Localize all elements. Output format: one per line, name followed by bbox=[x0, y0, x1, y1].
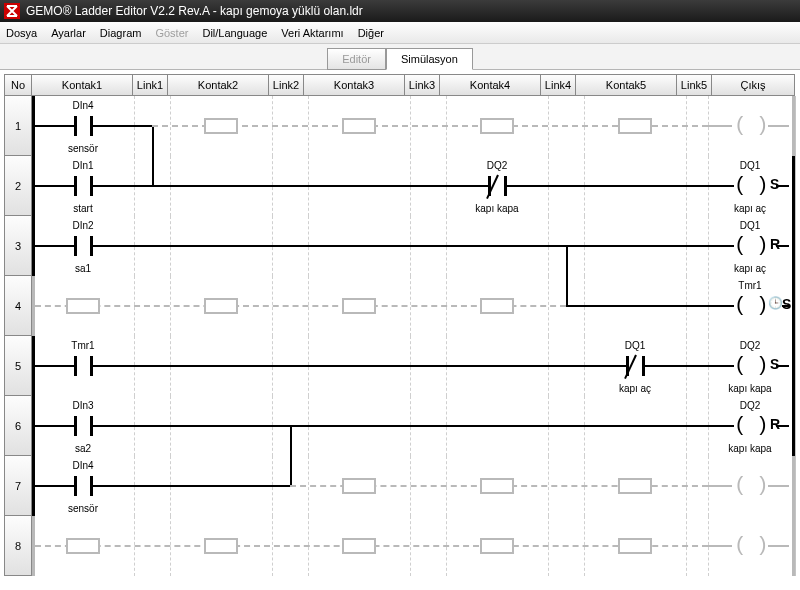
coil-label-top: DQ1 bbox=[708, 220, 792, 231]
coil-timer-set[interactable]: Tmr1 () 🕒 S bbox=[708, 276, 792, 336]
header-l2: Link2 bbox=[268, 74, 304, 96]
contact-label-top: Tmr1 bbox=[32, 340, 134, 351]
placeholder-contact[interactable] bbox=[32, 276, 134, 336]
contact-label-top: DIn1 bbox=[32, 160, 134, 171]
contact-label-bot: start bbox=[32, 203, 134, 214]
placeholder-contact[interactable] bbox=[446, 276, 548, 336]
contact-label-top: DIn4 bbox=[32, 460, 134, 471]
header-l3: Link3 bbox=[404, 74, 440, 96]
placeholder-contact[interactable] bbox=[446, 456, 548, 516]
placeholder-contact[interactable] bbox=[308, 276, 410, 336]
window-title: GEMO® Ladder Editor V2.2 Rev.A - kapı ge… bbox=[26, 4, 363, 18]
ladder-grid: No Kontak1 Link1 Kontak2 Link2 Kontak3 L… bbox=[0, 70, 800, 576]
header-no: No bbox=[4, 74, 32, 96]
contact-label-top: DIn3 bbox=[32, 400, 134, 411]
rung-body[interactable]: DIn3 sa2 DQ2 () R kapı kapa bbox=[32, 396, 796, 456]
rung-number: 1 bbox=[4, 96, 32, 156]
rung-number: 3 bbox=[4, 216, 32, 276]
rung-number: 4 bbox=[4, 276, 32, 336]
contact-label-bot: sa2 bbox=[32, 443, 134, 454]
header-k5: Kontak5 bbox=[575, 74, 677, 96]
coil-label-top: DQ1 bbox=[708, 160, 792, 171]
menu-diger[interactable]: Diğer bbox=[358, 27, 384, 39]
rung-number: 6 bbox=[4, 396, 32, 456]
placeholder-contact[interactable] bbox=[584, 96, 686, 156]
clock-icon: 🕒 bbox=[768, 296, 783, 310]
placeholder-contact[interactable] bbox=[584, 516, 686, 576]
menu-dil[interactable]: Dil/Language bbox=[202, 27, 267, 39]
rung-body[interactable]: DIn4 sensör () bbox=[32, 96, 796, 156]
menu-ayarlar[interactable]: Ayarlar bbox=[51, 27, 86, 39]
coil-suffix: R bbox=[770, 416, 780, 432]
header-l5: Link5 bbox=[676, 74, 712, 96]
coil-label-top: DQ2 bbox=[708, 340, 792, 351]
placeholder-contact[interactable] bbox=[170, 516, 272, 576]
app-logo-icon bbox=[4, 3, 20, 19]
menubar: Dosya Ayarlar Diagram Göster Dil/Languag… bbox=[0, 22, 800, 44]
placeholder-contact[interactable] bbox=[170, 96, 272, 156]
rung-body[interactable]: DIn1 start DQ2 kapı kapa DQ1 () S kapı a… bbox=[32, 156, 796, 216]
rung-number: 5 bbox=[4, 336, 32, 396]
menu-diagram[interactable]: Diagram bbox=[100, 27, 142, 39]
header-k4: Kontak4 bbox=[439, 74, 541, 96]
rung-row: 8 () bbox=[4, 516, 796, 576]
contact-label-top: DIn4 bbox=[32, 100, 134, 111]
menu-veri[interactable]: Veri Aktarımı bbox=[281, 27, 343, 39]
contact-label-top: DQ2 bbox=[446, 160, 548, 171]
header-k3: Kontak3 bbox=[303, 74, 405, 96]
rung-body[interactable]: Tmr1 () 🕒 S bbox=[32, 276, 796, 336]
rung-row: 4 Tmr1 () 🕒 S bbox=[4, 276, 796, 336]
header-out: Çıkış bbox=[711, 74, 795, 96]
coil-label-top: Tmr1 bbox=[708, 280, 792, 291]
contact-label-bot: sensör bbox=[32, 503, 134, 514]
contact-label-top: DIn2 bbox=[32, 220, 134, 231]
header-l4: Link4 bbox=[540, 74, 576, 96]
rung-body[interactable]: Tmr1 DQ1 kapı aç DQ2 () S kapı kapa bbox=[32, 336, 796, 396]
contact-label-bot: kapı aç bbox=[584, 383, 686, 394]
placeholder-contact[interactable] bbox=[170, 276, 272, 336]
rung-number: 7 bbox=[4, 456, 32, 516]
coil-suffix: S bbox=[770, 356, 779, 372]
coil-suffix: S bbox=[782, 296, 791, 312]
rung-row: 5 Tmr1 DQ1 kapı aç DQ2 () bbox=[4, 336, 796, 396]
coil-label-bot: kapı kapa bbox=[708, 443, 792, 454]
rung-body[interactable]: DIn4 sensör () bbox=[32, 456, 796, 516]
coil-label-bot: kapı aç bbox=[708, 203, 792, 214]
tab-simulation[interactable]: Simülasyon bbox=[386, 48, 473, 70]
menu-dosya[interactable]: Dosya bbox=[6, 27, 37, 39]
tabbar: Editör Simülasyon bbox=[0, 44, 800, 70]
rung-row: 2 DIn1 start DQ2 kapı kapa bbox=[4, 156, 796, 216]
placeholder-contact[interactable] bbox=[446, 516, 548, 576]
titlebar: GEMO® Ladder Editor V2.2 Rev.A - kapı ge… bbox=[0, 0, 800, 22]
tab-editor[interactable]: Editör bbox=[327, 48, 386, 70]
coil-label-bot: kapı kapa bbox=[708, 383, 792, 394]
menu-goster: Göster bbox=[155, 27, 188, 39]
placeholder-contact[interactable] bbox=[32, 516, 134, 576]
column-headers: No Kontak1 Link1 Kontak2 Link2 Kontak3 L… bbox=[4, 74, 796, 96]
coil-label-top: DQ2 bbox=[708, 400, 792, 411]
rung-row: 6 DIn3 sa2 DQ2 () R kapı kapa bbox=[4, 396, 796, 456]
placeholder-contact[interactable] bbox=[308, 96, 410, 156]
contact-label-top: DQ1 bbox=[584, 340, 686, 351]
header-k2: Kontak2 bbox=[167, 74, 269, 96]
rung-row: 1 DIn4 sensör bbox=[4, 96, 796, 156]
coil-label-bot: kapı aç bbox=[708, 263, 792, 274]
coil-suffix: R bbox=[770, 236, 780, 252]
header-l1: Link1 bbox=[132, 74, 168, 96]
placeholder-contact[interactable] bbox=[446, 96, 548, 156]
contact-label-bot: sensör bbox=[32, 143, 134, 154]
contact-label-bot: sa1 bbox=[32, 263, 134, 274]
placeholder-contact[interactable] bbox=[584, 456, 686, 516]
rung-number: 2 bbox=[4, 156, 32, 216]
rung-body[interactable]: DIn2 sa1 DQ1 () R kapı aç bbox=[32, 216, 796, 276]
rung-row: 7 DIn4 sensör () bbox=[4, 456, 796, 516]
placeholder-contact[interactable] bbox=[308, 516, 410, 576]
rung-number: 8 bbox=[4, 516, 32, 576]
rung-row: 3 DIn2 sa1 DQ1 () R kapı aç bbox=[4, 216, 796, 276]
header-k1: Kontak1 bbox=[31, 74, 133, 96]
contact-label-bot: kapı kapa bbox=[446, 203, 548, 214]
coil-suffix: S bbox=[770, 176, 779, 192]
placeholder-contact[interactable] bbox=[308, 456, 410, 516]
rung-body[interactable]: () bbox=[32, 516, 796, 576]
